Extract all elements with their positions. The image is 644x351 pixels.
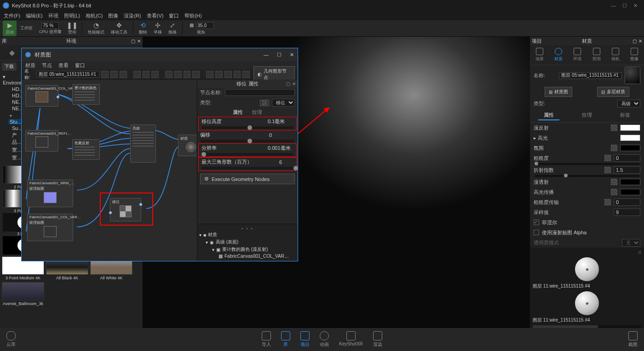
library-button[interactable]: 库 xyxy=(281,331,290,348)
tree-root[interactable]: ▾ Environments xyxy=(2,74,19,86)
tree-row[interactable]: ▾■ 材质 xyxy=(199,231,296,238)
dialog-maximize[interactable]: ☐ xyxy=(277,52,282,58)
download-button[interactable]: 下载 xyxy=(2,62,17,71)
cpu-pct-input[interactable] xyxy=(41,22,59,29)
ambient-swatch[interactable] xyxy=(620,145,640,151)
tree-item[interactable]: NE… xyxy=(2,105,19,112)
tab-materials[interactable]: ◆ xyxy=(6,47,17,58)
cpu-usage[interactable]: CPU 使用量 xyxy=(36,21,64,36)
menu-env[interactable]: 环境 xyxy=(48,12,58,19)
dmenu-node[interactable]: 节点 xyxy=(42,62,52,69)
tab-material[interactable]: 材质 xyxy=(554,48,563,62)
material-ball[interactable] xyxy=(575,257,599,281)
subtab-tag[interactable]: 标签 xyxy=(615,111,636,120)
node-color-count[interactable]: 要计数的颜色 xyxy=(72,84,100,105)
tb-expand-icon[interactable] xyxy=(206,71,213,78)
tree-item[interactable]: 产品… xyxy=(2,131,19,146)
tab-image[interactable]: 图像 xyxy=(630,48,638,62)
close-button[interactable]: ✕ xyxy=(633,3,638,9)
undock-icon[interactable]: ▢ xyxy=(286,81,290,86)
node-name-input[interactable] xyxy=(225,89,295,96)
rough-trans-value[interactable]: 0 xyxy=(614,198,640,206)
close-panel-icon[interactable]: ✕ xyxy=(137,39,141,44)
specular-label[interactable]: ▸ 高光 xyxy=(534,135,617,142)
texture-icon[interactable] xyxy=(604,167,611,173)
tree-row[interactable]: ▾◉ 高级 (表面) xyxy=(199,238,296,246)
pp-tab-attr[interactable]: 属性 xyxy=(233,109,243,116)
maximize-button[interactable]: ☐ xyxy=(622,3,627,9)
tb-grid-icon[interactable] xyxy=(234,71,241,78)
env-thumb[interactable]: Aversis_Bathroom_3k xyxy=(2,282,44,306)
roughness-value[interactable]: 0 xyxy=(614,154,640,162)
tb-zoom-icon[interactable] xyxy=(120,71,127,78)
spec-trans-swatch[interactable] xyxy=(620,189,640,195)
screenshot-button[interactable]: 截图 xyxy=(628,331,638,348)
angle-input[interactable] xyxy=(196,22,214,29)
material-ball[interactable] xyxy=(575,291,599,315)
node-tex2[interactable]: FabricCanvas001_REFL… xyxy=(25,130,58,152)
tab-lighting[interactable]: 照明 xyxy=(592,48,601,62)
keyshotxr-button[interactable]: KeyShotXR xyxy=(339,331,363,348)
maxtri-slider[interactable] xyxy=(201,167,293,170)
tb-layout2-icon[interactable] xyxy=(174,71,182,78)
tb-redo-icon[interactable] xyxy=(143,71,150,78)
tree-item[interactable]: HD… xyxy=(2,92,19,99)
tb-undo-icon[interactable] xyxy=(133,71,141,78)
tb-layout4-icon[interactable] xyxy=(192,71,200,78)
material-name-input[interactable] xyxy=(559,72,622,79)
execute-geometry-button[interactable]: ⚙Execute Geometry Nodes xyxy=(200,174,295,184)
resolution-value[interactable]: 0.001毫米 xyxy=(268,145,293,152)
project-button[interactable]: 项目 xyxy=(300,331,310,348)
height-slider[interactable] xyxy=(201,126,293,129)
pp-tab-tex[interactable]: 纹理 xyxy=(252,109,262,116)
node-advanced[interactable]: 高级 xyxy=(130,125,156,163)
offset-value[interactable]: 0 xyxy=(269,132,295,138)
tree-row[interactable]: ▾▣ 要计数的颜色 (漫反射) xyxy=(199,246,296,253)
specular-swatch[interactable] xyxy=(620,135,640,141)
undock-icon[interactable]: ▢ xyxy=(131,39,135,44)
perf-mode-button[interactable]: ◔性能模式 xyxy=(85,21,107,36)
tree-item[interactable]: NE… xyxy=(2,99,19,105)
node-tex1[interactable]: FabricCanvas001_COL_VAR… xyxy=(25,85,58,107)
texture-icon[interactable] xyxy=(604,199,611,205)
texture-icon[interactable] xyxy=(611,179,617,185)
tb-layout3-icon[interactable] xyxy=(184,71,191,78)
node-tex3[interactable]: FabricCanvas001_NRM_… 纹理贴图 xyxy=(27,180,73,207)
pan-button[interactable]: ✢平移 xyxy=(151,21,165,36)
texture-icon[interactable] xyxy=(611,125,617,131)
dmenu-window[interactable]: 窗口 xyxy=(75,62,85,69)
tb-refresh-icon[interactable] xyxy=(110,71,118,78)
tree-row[interactable]: ▦ FabricCanvas001_COL_VAR… xyxy=(199,253,296,259)
grip-icon[interactable]: ⠿ xyxy=(533,250,641,255)
diffuse-alpha-checkbox[interactable] xyxy=(534,230,539,235)
samples-value[interactable]: 9 xyxy=(614,209,640,216)
undock-icon[interactable]: ▢ xyxy=(632,39,637,44)
fresnel-checkbox[interactable] xyxy=(534,220,539,225)
multi-material-button[interactable]: ⊟ 多层材质 xyxy=(597,87,629,97)
node-graph-canvas[interactable]: FabricCanvas001_COL_VAR… 要计数的颜色 FabricCa… xyxy=(22,79,197,261)
tab-scene[interactable]: 场景 xyxy=(535,48,544,62)
dialog-close[interactable]: ✕ xyxy=(290,52,294,58)
tree-item[interactable]: 室… xyxy=(2,154,19,162)
animation-button[interactable]: 动画 xyxy=(320,331,329,348)
tb-fit-icon[interactable] xyxy=(224,71,232,78)
menu-lighting[interactable]: 照明(L) xyxy=(64,12,80,19)
opacity-mode-select[interactable]: 无 xyxy=(622,239,640,247)
menu-render[interactable]: 渲染(R) xyxy=(124,12,141,19)
menu-image[interactable]: 图像 xyxy=(108,12,118,19)
material-graph-button[interactable]: ⊞ 材质图 xyxy=(545,87,572,97)
start-button[interactable]: ▶ 启动 xyxy=(3,21,17,36)
close-icon[interactable]: ✕ xyxy=(292,81,296,86)
subtab-tex[interactable]: 纹理 xyxy=(576,111,598,120)
tree-item[interactable]: 室… xyxy=(2,146,19,154)
menu-edit[interactable]: 编辑(E) xyxy=(26,12,43,19)
offset-slider[interactable] xyxy=(200,140,295,142)
drag-handle[interactable]: • • • xyxy=(199,226,296,231)
subtab-attr[interactable]: 属性 xyxy=(538,111,559,120)
menu-file[interactable]: 文件(F) xyxy=(4,12,20,19)
minimize-button[interactable]: — xyxy=(611,3,616,9)
graph-name-input[interactable] xyxy=(36,71,99,78)
view-angle[interactable]: ▦ 视角 xyxy=(185,21,217,36)
node-displacement[interactable]: 移位 xyxy=(110,198,141,221)
node-tex4[interactable]: FabricCanvas001_COL_VAR… 纹理贴图 xyxy=(27,214,73,241)
